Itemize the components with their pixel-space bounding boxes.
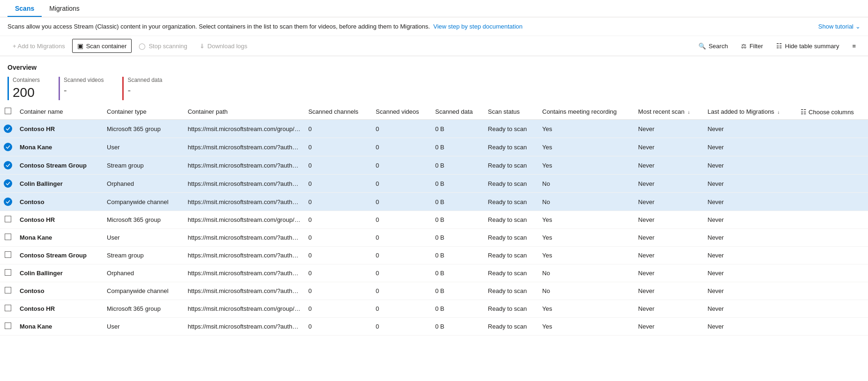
more-options-button[interactable]: ≡ bbox=[847, 40, 861, 52]
stat-data-label: Scanned data bbox=[127, 77, 162, 83]
download-logs-button[interactable]: ⇓ Download logs bbox=[194, 39, 252, 53]
row-meeting: Yes bbox=[539, 300, 635, 318]
table-row[interactable]: Mona KaneUserhttps://msit.microsoftstrea… bbox=[0, 229, 868, 247]
row-container-path: https://msit.microsoftstream.com/?auth_u… bbox=[184, 264, 304, 282]
row-container-path: https://msit.microsoftstream.com/?auth_u… bbox=[184, 156, 304, 175]
table-row[interactable]: Contoso HRMicrosoft 365 grouphttps://msi… bbox=[0, 120, 868, 138]
row-container-path: https://msit.microsoftstream.com/?auth_u… bbox=[184, 175, 304, 193]
view-docs-link[interactable]: View step by step documentation bbox=[433, 23, 523, 30]
row-checkbox-cell[interactable] bbox=[0, 138, 16, 156]
row-checkbox-cell[interactable] bbox=[0, 300, 16, 318]
table-row[interactable]: Colin BallingerOrphanedhttps://msit.micr… bbox=[0, 264, 868, 282]
row-data: 0 B bbox=[431, 175, 484, 193]
row-channels: 0 bbox=[304, 211, 372, 229]
row-container-name: Contoso Stream Group bbox=[16, 156, 103, 175]
row-last-added: Never bbox=[704, 120, 797, 138]
row-container-type: User bbox=[103, 138, 184, 156]
checked-icon bbox=[4, 143, 12, 151]
row-checkbox-cell[interactable] bbox=[0, 193, 16, 211]
table-row[interactable]: Colin BallingerOrphanedhttps://msit.micr… bbox=[0, 175, 868, 193]
row-choose-cols-cell bbox=[797, 282, 868, 300]
stop-scanning-button[interactable]: ◯ Stop scanning bbox=[134, 39, 192, 53]
overview-stats: Containers 200 Scanned videos - Scanned … bbox=[7, 77, 861, 100]
stat-videos-label: Scanned videos bbox=[64, 77, 104, 83]
row-container-type: Orphaned bbox=[103, 175, 184, 193]
row-last-added: Never bbox=[704, 282, 797, 300]
nav-tabs: Scans Migrations bbox=[0, 0, 868, 17]
row-checkbox-cell[interactable] bbox=[0, 264, 16, 282]
row-last-added: Never bbox=[704, 211, 797, 229]
row-data: 0 B bbox=[431, 318, 484, 336]
row-container-path: https://msit.microsoftstream.com/?auth_u… bbox=[184, 318, 304, 336]
row-container-name: Mona Kane bbox=[16, 138, 103, 156]
row-checkbox-cell[interactable] bbox=[0, 211, 16, 229]
table-row[interactable]: Contoso Stream GroupStream grouphttps://… bbox=[0, 156, 868, 175]
row-status: Ready to scan bbox=[484, 229, 539, 247]
show-tutorial-button[interactable]: Show tutorial ⌄ bbox=[818, 23, 861, 30]
row-checkbox-cell[interactable] bbox=[0, 247, 16, 264]
row-recent-scan: Never bbox=[634, 247, 704, 264]
add-to-migrations-button[interactable]: + Add to Migrations bbox=[7, 39, 70, 53]
col-choose-columns[interactable]: ☷ Choose columns bbox=[797, 104, 868, 120]
overview-title: Overview bbox=[7, 64, 861, 71]
tab-scans[interactable]: Scans bbox=[7, 0, 42, 17]
unchecked-checkbox[interactable] bbox=[5, 305, 11, 311]
info-bar: Scans allow you access Stream (Classic) … bbox=[0, 17, 868, 36]
sort-arrow-added: ↓ bbox=[778, 110, 780, 115]
unchecked-checkbox[interactable] bbox=[5, 287, 11, 293]
row-status: Ready to scan bbox=[484, 318, 539, 336]
header-checkbox[interactable] bbox=[5, 108, 11, 114]
row-checkbox-cell[interactable] bbox=[0, 318, 16, 336]
row-data: 0 B bbox=[431, 193, 484, 211]
sort-arrow-recent: ↓ bbox=[688, 110, 690, 115]
row-channels: 0 bbox=[304, 175, 372, 193]
unchecked-checkbox[interactable] bbox=[5, 269, 11, 276]
row-checkbox-cell[interactable] bbox=[0, 120, 16, 138]
row-choose-cols-cell bbox=[797, 193, 868, 211]
table-row[interactable]: ContosoCompanywide channelhttps://msit.m… bbox=[0, 282, 868, 300]
checked-icon bbox=[4, 161, 12, 169]
unchecked-checkbox[interactable] bbox=[5, 216, 11, 222]
row-checkbox-cell[interactable] bbox=[0, 175, 16, 193]
row-channels: 0 bbox=[304, 282, 372, 300]
row-container-path: https://msit.microsoftstream.com/?auth_u… bbox=[184, 247, 304, 264]
chevron-down-icon: ⌄ bbox=[855, 23, 861, 30]
row-status: Ready to scan bbox=[484, 193, 539, 211]
col-most-recent-scan[interactable]: Most recent scan ↓ bbox=[634, 104, 704, 120]
row-meeting: No bbox=[539, 282, 635, 300]
unchecked-checkbox[interactable] bbox=[5, 322, 11, 329]
row-choose-cols-cell bbox=[797, 211, 868, 229]
table-row[interactable]: Contoso HRMicrosoft 365 grouphttps://msi… bbox=[0, 211, 868, 229]
row-choose-cols-cell bbox=[797, 229, 868, 247]
header-checkbox-col[interactable] bbox=[0, 104, 16, 120]
row-videos: 0 bbox=[372, 229, 431, 247]
unchecked-checkbox[interactable] bbox=[5, 234, 11, 240]
row-videos: 0 bbox=[372, 300, 431, 318]
filter-button[interactable]: ⚖ Filter bbox=[736, 40, 768, 52]
stat-data-value: - bbox=[127, 85, 162, 96]
col-scanned-data: Scanned data bbox=[431, 104, 484, 120]
table-row[interactable]: Mona KaneUserhttps://msit.microsoftstrea… bbox=[0, 318, 868, 336]
row-status: Ready to scan bbox=[484, 175, 539, 193]
overview-section: Overview Containers 200 Scanned videos -… bbox=[0, 56, 868, 104]
scan-container-button[interactable]: ▣ Scan container bbox=[72, 39, 132, 53]
row-meeting: Yes bbox=[539, 120, 635, 138]
stat-containers-value: 200 bbox=[13, 85, 40, 100]
row-checkbox-cell[interactable] bbox=[0, 156, 16, 175]
row-recent-scan: Never bbox=[634, 156, 704, 175]
col-last-added[interactable]: Last added to Migrations ↓ bbox=[704, 104, 797, 120]
table-row[interactable]: Contoso HRMicrosoft 365 grouphttps://msi… bbox=[0, 300, 868, 318]
checked-icon bbox=[4, 125, 12, 133]
unchecked-checkbox[interactable] bbox=[5, 251, 11, 258]
row-checkbox-cell[interactable] bbox=[0, 282, 16, 300]
row-container-type: Microsoft 365 group bbox=[103, 300, 184, 318]
table-row[interactable]: ContosoCompanywide channelhttps://msit.m… bbox=[0, 193, 868, 211]
tab-migrations[interactable]: Migrations bbox=[42, 0, 87, 17]
search-button[interactable]: 🔍 Search bbox=[694, 40, 733, 52]
table-row[interactable]: Mona KaneUserhttps://msit.microsoftstrea… bbox=[0, 138, 868, 156]
hide-table-summary-button[interactable]: ☷ Hide table summary bbox=[772, 39, 844, 52]
row-container-name: Contoso HR bbox=[16, 120, 103, 138]
row-checkbox-cell[interactable] bbox=[0, 229, 16, 247]
stop-icon: ◯ bbox=[139, 43, 146, 50]
table-row[interactable]: Contoso Stream GroupStream grouphttps://… bbox=[0, 247, 868, 264]
